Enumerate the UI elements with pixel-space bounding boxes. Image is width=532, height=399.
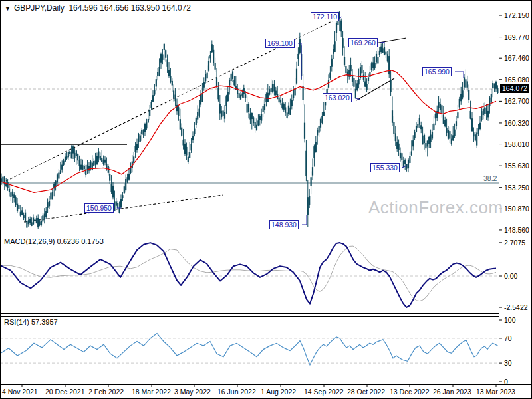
price-axis-tick[interactable]: 150.870	[504, 205, 529, 213]
price-annotation-tag[interactable]: 165.990	[422, 67, 452, 76]
date-axis-label[interactable]: 13 Mar 2023	[476, 388, 515, 396]
watermark: ActionForex.com	[368, 198, 503, 218]
date-axis-label[interactable]: 18 Mar 2022	[132, 388, 171, 396]
date-axis-label[interactable]: 14 Sep 2022	[304, 388, 344, 396]
date-axis-label[interactable]: 3 May 2022	[174, 388, 211, 396]
rsi-indicator-label: RSI(14) 57.3957	[4, 318, 58, 326]
rsi-axis-tick[interactable]: 30	[504, 359, 512, 367]
price-annotation-tag[interactable]: 169.260	[348, 38, 378, 47]
date-axis-label[interactable]: 13 Dec 2022	[390, 388, 430, 396]
symbol-ohlc-text: GBPJPY,Daily 164.596 164.656 163.950 164…	[14, 3, 191, 13]
price-annotation-tag[interactable]: 155.330	[370, 163, 400, 172]
fib-382-label: 38.2	[483, 174, 497, 182]
price-annotation-tag[interactable]: 172.110	[311, 12, 339, 21]
chart-window: ▼GBPJPY,Daily 164.596 164.656 163.950 16…	[0, 0, 532, 399]
rsi-axis-tick[interactable]: 100	[504, 316, 516, 324]
date-axis-label[interactable]: 26 Jan 2023	[433, 388, 471, 396]
macd-axis-tick[interactable]: -2.5422	[504, 303, 528, 311]
price-axis-tick[interactable]: 172.150	[504, 11, 529, 19]
price-axis-tick[interactable]: 155.630	[504, 162, 529, 170]
price-axis-tick[interactable]: 165.080	[504, 76, 529, 84]
rsi-axis-tick[interactable]: 70	[504, 334, 512, 342]
date-axis-label[interactable]: 2 Feb 2022	[88, 388, 124, 396]
date-axis-label[interactable]: 4 Nov 2021	[2, 388, 38, 396]
date-axis-label[interactable]: 28 Oct 2022	[347, 388, 385, 396]
dropdown-triangle-icon[interactable]: ▼	[5, 5, 11, 12]
macd-axis-tick[interactable]: 2.7075	[504, 239, 525, 247]
price-axis-tick[interactable]: 169.770	[504, 33, 529, 41]
chart-title: ▼GBPJPY,Daily 164.596 164.656 163.950 16…	[5, 3, 191, 13]
price-axis-tick[interactable]: 167.460	[504, 54, 529, 62]
date-axis-label[interactable]: 20 Dec 2021	[45, 388, 85, 396]
price-annotation-tag[interactable]: 169.100	[265, 39, 295, 48]
current-price-tag: 164.072	[500, 84, 529, 93]
price-axis-tick[interactable]: 148.560	[504, 226, 529, 234]
price-axis-tick[interactable]: 153.250	[504, 184, 529, 192]
price-axis-tick[interactable]: 158.010	[504, 140, 529, 148]
rsi-axis-tick[interactable]: 0	[504, 378, 508, 386]
price-annotation-tag[interactable]: 148.930	[269, 220, 299, 229]
date-axis-label[interactable]: 16 Jun 2022	[217, 388, 256, 396]
price-axis-tick[interactable]: 160.320	[504, 119, 529, 127]
macd-axis-tick[interactable]: 0.00	[504, 272, 517, 280]
macd-indicator-label: MACD(12,26,9) 0.6236 0.1753	[4, 237, 104, 245]
price-axis-tick[interactable]: 162.700	[504, 97, 529, 105]
date-axis-label[interactable]: 1 Aug 2022	[261, 388, 296, 396]
price-annotation-tag[interactable]: 163.020	[323, 93, 352, 102]
price-annotation-tag[interactable]: 150.950	[84, 203, 114, 213]
